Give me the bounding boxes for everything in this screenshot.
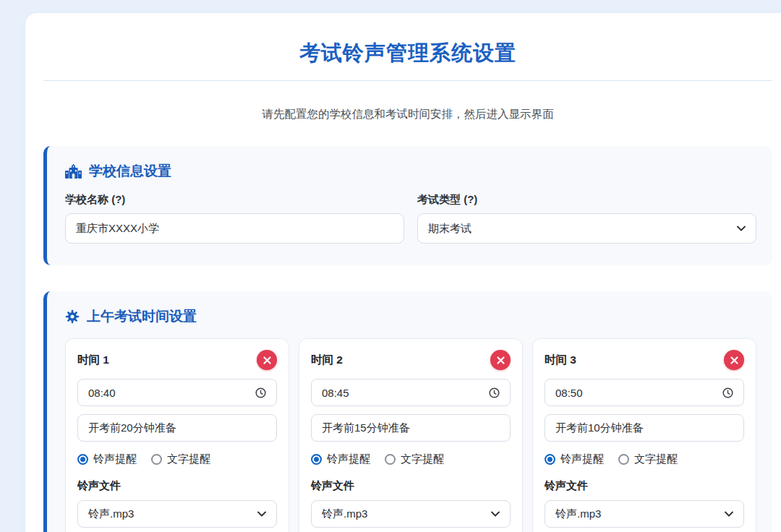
time-card-title: 时间 3 xyxy=(545,353,576,368)
time-value: 08:45 xyxy=(322,387,349,399)
radio-unselected-icon xyxy=(618,454,629,465)
bell-file-label: 铃声文件 xyxy=(545,479,744,493)
school-section-header: 学校信息设置 xyxy=(65,162,756,181)
radio-selected-icon xyxy=(545,454,555,465)
school-info-section: 学校信息设置 学校名称 (?) 考试类型 (?) 期末考试 xyxy=(43,146,772,265)
radio-unselected-icon xyxy=(151,454,162,465)
settings-card: 考试铃声管理系统设置 请先配置您的学校信息和考试时间安排，然后进入显示界面 xyxy=(25,13,781,532)
note-input[interactable] xyxy=(311,414,511,442)
gear-icon xyxy=(65,309,80,324)
time-card-3: 时间 3 08:50 xyxy=(532,338,756,532)
morning-section-title: 上午考试时间设置 xyxy=(87,307,197,326)
divider xyxy=(43,80,772,81)
time-input[interactable]: 08:50 xyxy=(545,379,744,406)
morning-times-section: 上午考试时间设置 时间 1 08:40 xyxy=(43,291,772,532)
morning-section-header: 上午考试时间设置 xyxy=(65,307,756,326)
chevron-down-icon xyxy=(737,226,746,231)
close-icon xyxy=(497,356,505,364)
note-input[interactable] xyxy=(77,414,277,442)
bell-file-select[interactable]: 铃声.mp3 xyxy=(77,500,277,528)
close-icon xyxy=(730,356,738,364)
chevron-down-icon xyxy=(491,511,500,517)
clock-icon xyxy=(489,387,500,398)
radio-text-reminder[interactable]: 文字提醒 xyxy=(618,452,678,466)
school-name-field: 学校名称 (?) xyxy=(65,193,404,244)
delete-time-button[interactable] xyxy=(257,350,277,370)
bell-file-value: 铃声.mp3 xyxy=(322,507,367,521)
reminder-radio-group: 铃声提醒 文字提醒 xyxy=(311,452,511,466)
time-card-title: 时间 2 xyxy=(311,353,343,368)
reminder-radio-group: 铃声提醒 文字提醒 xyxy=(77,452,277,466)
radio-bell-reminder[interactable]: 铃声提醒 xyxy=(77,452,137,466)
delete-time-button[interactable] xyxy=(724,350,744,370)
clock-icon xyxy=(255,387,266,398)
radio-unselected-icon xyxy=(385,454,396,465)
school-building-icon xyxy=(65,164,82,179)
radio-text-label: 文字提醒 xyxy=(167,452,210,466)
time-value: 08:40 xyxy=(88,387,116,399)
radio-bell-label: 铃声提醒 xyxy=(560,452,604,466)
page-title: 考试铃声管理系统设置 xyxy=(43,13,772,68)
radio-selected-icon xyxy=(311,454,322,465)
time-card-title: 时间 1 xyxy=(77,353,109,368)
close-icon xyxy=(263,356,271,364)
reminder-radio-group: 铃声提醒 文字提醒 xyxy=(545,452,744,466)
exam-type-select[interactable]: 期末考试 xyxy=(417,213,756,244)
exam-type-field: 考试类型 (?) 期末考试 xyxy=(417,193,756,244)
chevron-down-icon xyxy=(257,511,266,517)
bell-file-value: 铃声.mp3 xyxy=(88,507,134,521)
time-value: 08:50 xyxy=(555,387,583,399)
bell-file-label: 铃声文件 xyxy=(77,479,277,493)
exam-type-label: 考试类型 (?) xyxy=(417,193,756,207)
radio-selected-icon xyxy=(77,454,88,465)
clock-icon xyxy=(722,387,733,398)
note-input[interactable] xyxy=(545,414,744,442)
radio-text-label: 文字提醒 xyxy=(401,452,444,466)
school-section-title: 学校信息设置 xyxy=(89,162,171,181)
school-name-label: 学校名称 (?) xyxy=(65,193,404,207)
radio-bell-label: 铃声提醒 xyxy=(327,452,370,466)
time-card-1: 时间 1 08:40 xyxy=(65,338,289,532)
time-input[interactable]: 08:40 xyxy=(77,379,277,406)
radio-bell-label: 铃声提醒 xyxy=(93,452,137,466)
time-card-2: 时间 2 08:45 xyxy=(299,338,523,532)
radio-text-reminder[interactable]: 文字提醒 xyxy=(385,452,444,466)
time-cards-grid: 时间 1 08:40 xyxy=(65,338,756,532)
delete-time-button[interactable] xyxy=(490,350,511,370)
bell-file-value: 铃声.mp3 xyxy=(555,507,601,521)
bell-file-label: 铃声文件 xyxy=(311,479,511,493)
time-input[interactable]: 08:45 xyxy=(311,379,511,406)
bell-file-select[interactable]: 铃声.mp3 xyxy=(545,500,744,528)
radio-text-reminder[interactable]: 文字提醒 xyxy=(151,452,210,466)
radio-bell-reminder[interactable]: 铃声提醒 xyxy=(311,452,370,466)
exam-type-value: 期末考试 xyxy=(428,222,471,236)
page-subtitle: 请先配置您的学校信息和考试时间安排，然后进入显示界面 xyxy=(43,107,772,122)
bell-file-select[interactable]: 铃声.mp3 xyxy=(311,500,511,528)
radio-bell-reminder[interactable]: 铃声提醒 xyxy=(545,452,604,466)
radio-text-label: 文字提醒 xyxy=(634,452,678,466)
school-name-input[interactable] xyxy=(65,213,404,244)
chevron-down-icon xyxy=(725,511,733,517)
